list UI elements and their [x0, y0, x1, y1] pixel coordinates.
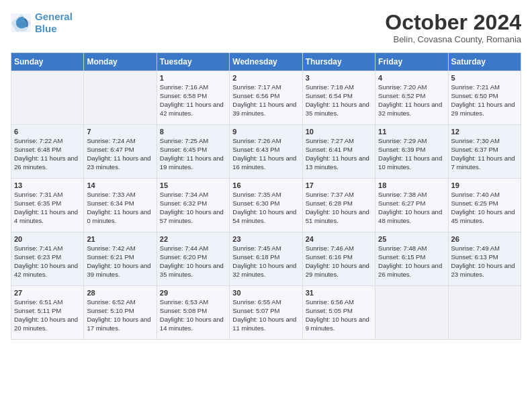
day-info: Sunrise: 7:42 AM Sunset: 6:21 PM Dayligh…: [87, 244, 153, 279]
calendar-cell: 13Sunrise: 7:31 AM Sunset: 6:35 PM Dayli…: [11, 179, 84, 232]
day-header-thursday: Thursday: [302, 53, 375, 71]
day-number: 30: [232, 289, 299, 297]
day-number: 2: [232, 74, 299, 82]
day-number: 24: [306, 235, 372, 243]
calendar-cell: [375, 286, 448, 340]
calendar-cell: 19Sunrise: 7:40 AM Sunset: 6:25 PM Dayli…: [448, 179, 521, 232]
day-number: 26: [451, 235, 518, 243]
day-number: 29: [160, 289, 226, 297]
day-number: 11: [378, 128, 445, 136]
day-info: Sunrise: 7:40 AM Sunset: 6:25 PM Dayligh…: [451, 191, 518, 225]
location-subtitle: Belin, Covasna County, Romania: [385, 34, 521, 44]
calendar-cell: 28Sunrise: 6:52 AM Sunset: 5:10 PM Dayli…: [84, 286, 157, 340]
day-number: 21: [87, 235, 153, 243]
day-info: Sunrise: 7:18 AM Sunset: 6:54 PM Dayligh…: [306, 83, 372, 118]
calendar-cell: 29Sunrise: 6:53 AM Sunset: 5:08 PM Dayli…: [157, 286, 229, 340]
day-number: 4: [378, 74, 445, 82]
day-info: Sunrise: 7:44 AM Sunset: 6:20 PM Dayligh…: [160, 244, 226, 279]
calendar-cell: 8Sunrise: 7:25 AM Sunset: 6:45 PM Daylig…: [157, 125, 229, 179]
calendar-cell: 15Sunrise: 7:34 AM Sunset: 6:32 PM Dayli…: [157, 179, 229, 232]
calendar-cell: 12Sunrise: 7:30 AM Sunset: 6:37 PM Dayli…: [448, 125, 521, 179]
calendar-header-row: SundayMondayTuesdayWednesdayThursdayFrid…: [11, 53, 521, 71]
calendar-cell: 10Sunrise: 7:27 AM Sunset: 6:41 PM Dayli…: [302, 125, 375, 179]
calendar-cell: 23Sunrise: 7:45 AM Sunset: 6:18 PM Dayli…: [230, 232, 302, 286]
day-number: 17: [306, 181, 372, 189]
day-number: 27: [14, 289, 81, 297]
day-info: Sunrise: 7:25 AM Sunset: 6:45 PM Dayligh…: [160, 137, 226, 171]
logo-text: General Blue: [35, 11, 73, 35]
day-number: 22: [160, 235, 226, 243]
calendar-cell: 11Sunrise: 7:29 AM Sunset: 6:39 PM Dayli…: [375, 125, 448, 179]
day-header-friday: Friday: [375, 53, 448, 71]
day-header-saturday: Saturday: [448, 53, 521, 71]
day-info: Sunrise: 7:22 AM Sunset: 6:48 PM Dayligh…: [14, 137, 81, 171]
day-info: Sunrise: 6:55 AM Sunset: 5:07 PM Dayligh…: [232, 298, 299, 332]
calendar-week-row: 20Sunrise: 7:41 AM Sunset: 6:23 PM Dayli…: [11, 232, 521, 286]
day-info: Sunrise: 6:52 AM Sunset: 5:10 PM Dayligh…: [87, 298, 153, 332]
calendar-cell: 27Sunrise: 6:51 AM Sunset: 5:11 PM Dayli…: [11, 286, 84, 340]
day-number: 7: [87, 128, 153, 136]
calendar-cell: 3Sunrise: 7:18 AM Sunset: 6:54 PM Daylig…: [302, 71, 375, 125]
calendar-cell: 1Sunrise: 7:16 AM Sunset: 6:58 PM Daylig…: [157, 71, 229, 125]
day-number: 6: [14, 128, 81, 136]
day-number: 23: [232, 235, 299, 243]
calendar-cell: 9Sunrise: 7:26 AM Sunset: 6:43 PM Daylig…: [230, 125, 302, 179]
day-number: 10: [306, 128, 372, 136]
day-number: 5: [451, 74, 518, 82]
day-info: Sunrise: 7:48 AM Sunset: 6:15 PM Dayligh…: [378, 244, 445, 279]
day-number: 31: [306, 289, 372, 297]
calendar-cell: 24Sunrise: 7:46 AM Sunset: 6:16 PM Dayli…: [302, 232, 375, 286]
day-number: 25: [378, 235, 445, 243]
day-info: Sunrise: 7:26 AM Sunset: 6:43 PM Dayligh…: [232, 137, 299, 171]
day-number: 13: [14, 181, 81, 189]
logo-line2: Blue: [35, 23, 57, 34]
day-number: 14: [87, 181, 153, 189]
day-info: Sunrise: 7:33 AM Sunset: 6:34 PM Dayligh…: [87, 191, 153, 225]
day-info: Sunrise: 7:21 AM Sunset: 6:50 PM Dayligh…: [451, 83, 518, 118]
day-info: Sunrise: 7:24 AM Sunset: 6:47 PM Dayligh…: [87, 137, 153, 171]
day-number: 8: [160, 128, 226, 136]
calendar-cell: 20Sunrise: 7:41 AM Sunset: 6:23 PM Dayli…: [11, 232, 84, 286]
day-info: Sunrise: 7:30 AM Sunset: 6:37 PM Dayligh…: [451, 137, 518, 171]
day-info: Sunrise: 7:37 AM Sunset: 6:28 PM Dayligh…: [306, 191, 372, 225]
day-info: Sunrise: 7:17 AM Sunset: 6:56 PM Dayligh…: [232, 83, 299, 118]
calendar-cell: 25Sunrise: 7:48 AM Sunset: 6:15 PM Dayli…: [375, 232, 448, 286]
day-number: 9: [232, 128, 299, 136]
calendar-week-row: 13Sunrise: 7:31 AM Sunset: 6:35 PM Dayli…: [11, 179, 521, 232]
calendar-cell: 17Sunrise: 7:37 AM Sunset: 6:28 PM Dayli…: [302, 179, 375, 232]
day-info: Sunrise: 7:31 AM Sunset: 6:35 PM Dayligh…: [14, 191, 81, 225]
day-info: Sunrise: 7:29 AM Sunset: 6:39 PM Dayligh…: [378, 137, 445, 171]
calendar-table: SundayMondayTuesdayWednesdayThursdayFrid…: [11, 52, 521, 340]
calendar-week-row: 27Sunrise: 6:51 AM Sunset: 5:11 PM Dayli…: [11, 286, 521, 340]
day-info: Sunrise: 7:45 AM Sunset: 6:18 PM Dayligh…: [232, 244, 299, 279]
calendar-cell: 4Sunrise: 7:20 AM Sunset: 6:52 PM Daylig…: [375, 71, 448, 125]
day-info: Sunrise: 7:20 AM Sunset: 6:52 PM Dayligh…: [378, 83, 445, 118]
day-info: Sunrise: 7:38 AM Sunset: 6:27 PM Dayligh…: [378, 191, 445, 225]
day-number: 1: [160, 74, 226, 82]
day-info: Sunrise: 6:53 AM Sunset: 5:08 PM Dayligh…: [160, 298, 226, 332]
day-number: 12: [451, 128, 518, 136]
day-number: 28: [87, 289, 153, 297]
month-title: October 2024: [385, 11, 521, 34]
logo: General Blue: [11, 11, 73, 35]
day-header-monday: Monday: [84, 53, 157, 71]
day-info: Sunrise: 7:41 AM Sunset: 6:23 PM Dayligh…: [14, 244, 81, 279]
calendar-cell: 30Sunrise: 6:55 AM Sunset: 5:07 PM Dayli…: [230, 286, 302, 340]
page-header: General Blue October 2024 Belin, Covasna…: [11, 11, 521, 44]
calendar-cell: [448, 286, 521, 340]
day-number: 15: [160, 181, 226, 189]
calendar-cell: 5Sunrise: 7:21 AM Sunset: 6:50 PM Daylig…: [448, 71, 521, 125]
calendar-cell: 26Sunrise: 7:49 AM Sunset: 6:13 PM Dayli…: [448, 232, 521, 286]
calendar-cell: 16Sunrise: 7:35 AM Sunset: 6:30 PM Dayli…: [230, 179, 302, 232]
calendar-cell: 18Sunrise: 7:38 AM Sunset: 6:27 PM Dayli…: [375, 179, 448, 232]
calendar-cell: 14Sunrise: 7:33 AM Sunset: 6:34 PM Dayli…: [84, 179, 157, 232]
calendar-cell: 21Sunrise: 7:42 AM Sunset: 6:21 PM Dayli…: [84, 232, 157, 286]
day-number: 16: [232, 181, 299, 189]
day-info: Sunrise: 7:16 AM Sunset: 6:58 PM Dayligh…: [160, 83, 226, 118]
day-info: Sunrise: 7:27 AM Sunset: 6:41 PM Dayligh…: [306, 137, 372, 171]
day-info: Sunrise: 7:46 AM Sunset: 6:16 PM Dayligh…: [306, 244, 372, 279]
logo-icon: [11, 13, 32, 32]
day-info: Sunrise: 7:35 AM Sunset: 6:30 PM Dayligh…: [232, 191, 299, 225]
logo-line1: General: [35, 11, 73, 22]
calendar-cell: 6Sunrise: 7:22 AM Sunset: 6:48 PM Daylig…: [11, 125, 84, 179]
